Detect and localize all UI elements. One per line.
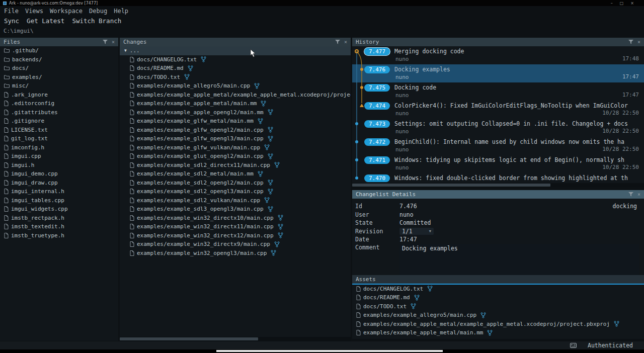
comment-box[interactable]: Docking examples [399, 244, 639, 275]
menu-item-views[interactable]: Views [25, 8, 43, 15]
file-tree-item[interactable]: .github/ [0, 46, 118, 55]
close-panel-icon[interactable]: × [112, 40, 115, 45]
changed-file-row[interactable]: examples/example_apple_metal/main.mm [120, 99, 351, 108]
changed-file-row[interactable]: examples/example_win32_directx11/main.cp… [120, 222, 351, 231]
changed-file-row[interactable]: examples/example_glfw_vulkan/main.cpp [120, 143, 351, 152]
commit-row[interactable]: 7.470Windows: fixed double-clicked borde… [352, 173, 644, 183]
close-panel-icon[interactable]: × [344, 40, 347, 45]
asset-row[interactable]: docs/TODO.txt [352, 302, 644, 311]
commit-row[interactable]: 7.476Docking examplesnuno17:47 [352, 64, 644, 82]
file-icon [4, 145, 9, 150]
file-icon [4, 189, 9, 194]
changed-file-row[interactable]: examples/example_win32_directx10/main.cp… [120, 214, 351, 223]
close-button[interactable]: × [630, 1, 634, 6]
commit-row[interactable]: 7.475Docking codenuno17:47 [352, 82, 644, 101]
menu-item-workspace[interactable]: Workspace [50, 8, 83, 15]
menu-item-file[interactable]: File [4, 8, 19, 15]
file-icon [4, 224, 9, 229]
filter-icon[interactable] [628, 192, 633, 197]
toolbar-button-switch-branch[interactable]: Switch Branch [72, 17, 121, 25]
commit-time: 10/28 22:50 [602, 128, 639, 134]
close-panel-icon[interactable]: × [637, 192, 640, 197]
changed-file-row[interactable]: examples/example_sdl3_opengl3/main.cpp [120, 205, 351, 214]
changed-file-row[interactable]: examples/example_apple_opengl2/main.mm [120, 108, 351, 117]
file-tree-item[interactable]: imgui_tables.cpp [0, 196, 118, 205]
commit-row[interactable]: 7.472BeginChild(): Internal name used by… [352, 137, 644, 155]
file-tree-item[interactable]: LICENSE.txt [0, 126, 118, 135]
changed-file-row[interactable]: examples/example_sdl2_vulkan/main.cpp [120, 196, 351, 205]
file-tree-item[interactable]: examples/ [0, 73, 118, 82]
asset-row[interactable]: examples/example_apple_metal/main.mm [352, 328, 644, 337]
scrollbar-thumb[interactable] [120, 337, 258, 340]
revision-badge[interactable]: 7.474 [364, 102, 390, 110]
file-tree-item[interactable]: git_log.txt [0, 134, 118, 143]
toolbar-button-get-latest[interactable]: Get Latest [27, 17, 64, 25]
changed-file-row[interactable]: examples/example_sdl2_opengl3/main.cpp [120, 187, 351, 196]
filter-icon[interactable] [103, 40, 108, 44]
revision-badge[interactable]: 7.473 [364, 120, 390, 128]
file-tree-item[interactable]: imconfig.h [0, 143, 118, 152]
chevron-down-icon[interactable]: ▼ [429, 229, 431, 233]
changed-file-row[interactable]: examples/example_glfw_metal/main.mm [120, 117, 351, 126]
minimize-button[interactable]: – [611, 1, 613, 6]
toolbar-button-sync[interactable]: Sync [4, 17, 19, 25]
revision-badge[interactable]: 7.471 [364, 156, 390, 164]
menu-item-debug[interactable]: Debug [89, 8, 107, 15]
file-tree-item[interactable]: misc/ [0, 81, 118, 91]
changed-file-row[interactable]: docs/README.md [120, 64, 351, 73]
file-tree-item[interactable]: imgui_widgets.cpp [0, 205, 118, 214]
commit-row[interactable]: 7.474ColorPicker4(): Fixed ImGuiColorEdi… [352, 101, 644, 119]
revision-combo[interactable]: 1/1▼ [399, 228, 434, 235]
changed-file-row[interactable]: examples/example_win32_directx9/main.cpp [120, 240, 351, 249]
changes-root-row[interactable]: ▼ ... [120, 46, 351, 55]
changed-file-row[interactable]: examples/example_win32_directx12/main.cp… [120, 231, 351, 240]
asset-row[interactable]: examples/example_apple_metal/example_app… [352, 320, 644, 329]
revision-badge[interactable]: 7.472 [364, 138, 390, 146]
close-panel-icon[interactable]: × [637, 40, 640, 45]
horizontal-scrollbar[interactable] [352, 183, 644, 187]
changed-file-row[interactable]: examples/example_allegro5/main.cpp [120, 81, 351, 91]
scrollbar-thumb[interactable] [352, 184, 550, 187]
revision-badge[interactable]: 7.470 [364, 174, 390, 182]
changed-file-row[interactable]: examples/example_glfw_opengl3/main.cpp [120, 134, 351, 143]
changed-file-row[interactable]: docs/CHANGELOG.txt [120, 55, 351, 64]
filter-icon[interactable] [628, 40, 633, 44]
changed-file-row[interactable]: examples/example_apple_metal/example_app… [120, 91, 351, 100]
file-tree-item[interactable]: .gitignore [0, 117, 118, 126]
changed-file-row[interactable]: examples/example_win32_opengl3/main.cpp [120, 249, 351, 258]
changed-file-row[interactable]: docs/TODO.txt [120, 73, 351, 82]
commit-row[interactable]: 7.471Windows: tidying up skipitems logic… [352, 155, 644, 173]
file-tree-item[interactable]: docs/ [0, 64, 118, 73]
changed-file-row[interactable]: examples/example_sdl2_directx11/main.cpp [120, 161, 351, 170]
file-tree-item[interactable]: backends/ [0, 55, 118, 64]
file-tree-item[interactable]: imstb_rectpack.h [0, 214, 118, 223]
asset-row[interactable]: docs/README.md [352, 293, 644, 302]
file-tree-item[interactable]: .ark_ignore [0, 91, 118, 100]
revision-badge[interactable]: 7.475 [364, 84, 390, 92]
asset-row[interactable]: examples/example_allegro5/main.cpp [352, 311, 644, 320]
asset-row[interactable]: docs/CHANGELOG.txt [352, 285, 644, 294]
changed-file-row[interactable]: examples/example_glfw_opengl2/main.cpp [120, 126, 351, 135]
file-tree-item[interactable]: .gitattributes [0, 108, 118, 117]
revision-badge[interactable]: 7.476 [364, 66, 390, 73]
filter-icon[interactable] [335, 40, 340, 44]
file-icon [130, 215, 134, 221]
maximize-button[interactable]: □ [620, 1, 624, 6]
horizontal-scrollbar[interactable] [120, 337, 351, 341]
file-tree-item[interactable]: imgui.cpp [0, 152, 118, 161]
file-tree-item[interactable]: imstb_textedit.h [0, 222, 118, 231]
file-tree-item[interactable]: .editorconfig [0, 99, 118, 108]
menu-item-help[interactable]: Help [114, 8, 128, 15]
file-tree-item[interactable]: imgui_internal.h [0, 187, 118, 196]
file-tree-item[interactable]: imgui.h [0, 161, 118, 170]
changed-file-row[interactable]: examples/example_sdl2_metal/main.mm [120, 169, 351, 179]
changed-file-row[interactable]: examples/example_glut_opengl2/main.cpp [120, 152, 351, 161]
file-tree-item[interactable]: imgui_draw.cpp [0, 179, 118, 188]
file-tree-item[interactable]: imstb_truetype.h [0, 231, 118, 240]
revision-badge[interactable]: 7.477 [364, 48, 390, 55]
file-tree-item[interactable]: imgui_demo.cpp [0, 169, 118, 179]
changed-file-row[interactable]: examples/example_sdl2_opengl2/main.cpp [120, 179, 351, 188]
commit-row[interactable]: 7.477Merging docking codenuno17:48 [352, 46, 644, 64]
commit-row[interactable]: 7.473Settings: omit outputing Collapsed=… [352, 119, 644, 137]
chevron-down-icon[interactable]: ▼ [124, 48, 127, 53]
